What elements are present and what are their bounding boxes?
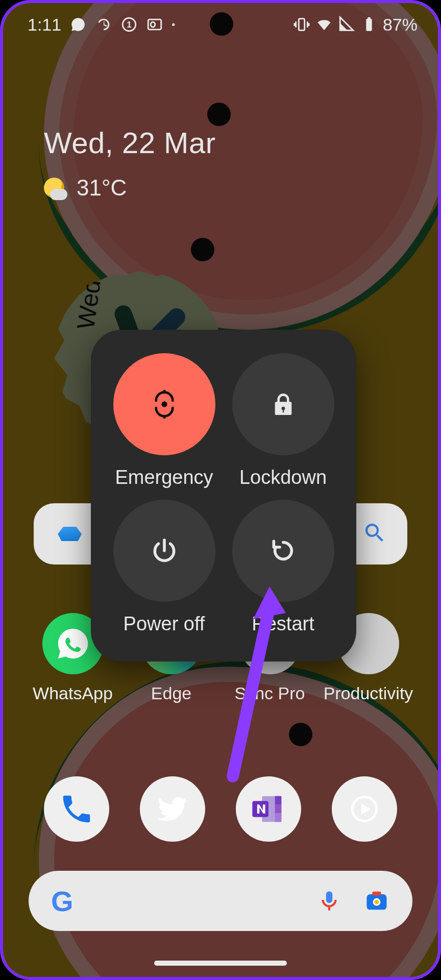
onenote-app[interactable] xyxy=(236,776,301,842)
svg-rect-2 xyxy=(275,804,282,813)
svg-rect-15 xyxy=(366,19,372,31)
power-icon xyxy=(113,500,215,602)
app-label: Edge xyxy=(151,683,191,703)
gesture-nav-bar[interactable] xyxy=(154,961,287,966)
lockdown-label: Lockdown xyxy=(239,467,327,488)
power-menu: ! Emergency Lockdown Power off Restart xyxy=(91,330,356,662)
svg-rect-4 xyxy=(252,801,268,817)
search-icon xyxy=(362,521,387,547)
ytmusic-app[interactable] xyxy=(332,776,397,842)
lockdown-button[interactable]: Lockdown xyxy=(227,353,339,491)
wifi-icon xyxy=(315,16,333,33)
chat-icon xyxy=(69,16,87,33)
google-search-bar[interactable]: G xyxy=(29,871,412,931)
onenote-icon xyxy=(249,790,288,828)
app-label: Productivity xyxy=(324,683,413,703)
app-label: WhatsApp xyxy=(33,683,113,703)
svg-point-8 xyxy=(375,900,379,904)
app-label: Sync Pro xyxy=(235,683,305,703)
restart-label: Restart xyxy=(252,613,314,635)
youtube-music-icon xyxy=(345,790,384,828)
outlook-icon xyxy=(146,16,163,33)
power-off-label: Power off xyxy=(124,613,205,635)
date-label: Wed, 22 Mar xyxy=(44,126,215,160)
svg-rect-14 xyxy=(299,19,304,31)
power-off-button[interactable]: Power off xyxy=(108,500,220,637)
svg-rect-16 xyxy=(368,17,371,19)
cell-signal-icon xyxy=(338,16,355,33)
google-logo-icon: G xyxy=(51,885,74,918)
svg-rect-1 xyxy=(275,796,282,805)
twitter-icon xyxy=(155,791,190,827)
battery-percent: 87% xyxy=(383,15,418,35)
svg-rect-3 xyxy=(275,813,282,822)
svg-rect-9 xyxy=(372,892,381,895)
temperature-label: 31°C xyxy=(77,175,127,201)
battery-icon xyxy=(360,16,378,33)
more-notifications-dot: • xyxy=(172,19,175,31)
phone-app[interactable] xyxy=(44,776,109,842)
restart-icon xyxy=(232,500,334,602)
restart-button[interactable]: Restart xyxy=(227,500,339,637)
status-bar: 1:11 1 • 87% xyxy=(3,3,438,46)
notification-1-icon: 1 xyxy=(120,16,138,33)
emergency-icon: ! xyxy=(113,353,215,455)
onedrive-icon xyxy=(54,524,85,544)
phone-icon xyxy=(59,791,94,827)
svg-text:!: ! xyxy=(163,400,165,408)
android-home-screen: Wed 22 Wed, 22 Mar 31°C WhatsApp Edge xyxy=(0,0,441,980)
emergency-label: Emergency xyxy=(115,467,213,488)
dock xyxy=(3,776,438,842)
svg-text:1: 1 xyxy=(127,20,131,30)
camera-lens-icon[interactable] xyxy=(363,888,390,914)
sync-icon xyxy=(95,16,112,33)
at-a-glance-widget[interactable]: Wed, 22 Mar 31°C xyxy=(44,126,215,201)
weather-icon xyxy=(44,178,64,198)
vibrate-icon xyxy=(293,16,310,33)
emergency-button[interactable]: ! Emergency xyxy=(108,353,220,491)
status-time: 1:11 xyxy=(28,15,61,35)
mic-icon[interactable] xyxy=(316,888,342,914)
twitter-app[interactable] xyxy=(140,776,205,842)
lock-icon xyxy=(232,353,334,455)
svg-point-13 xyxy=(151,22,155,27)
